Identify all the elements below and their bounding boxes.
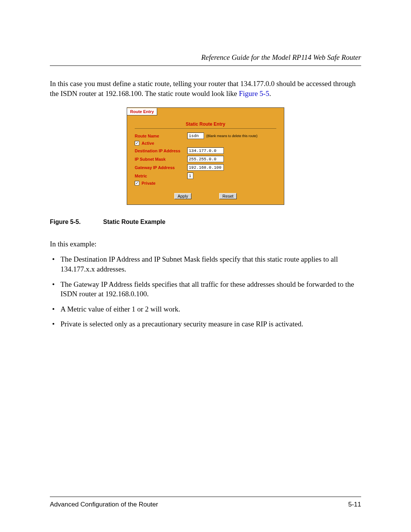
figure-caption-text: Static Route Example — [103, 219, 166, 225]
subnet-mask-input[interactable] — [187, 156, 224, 162]
intro-text-after: . — [269, 89, 271, 97]
example-intro: In this example: — [50, 240, 361, 248]
page-footer: Advanced Configuration of the Router 5-1… — [50, 497, 361, 508]
router-config-panel: Route Entry Static Route Entry Route Nam… — [127, 107, 284, 205]
list-item: The Destination IP Address and IP Subnet… — [61, 254, 361, 274]
intro-text-before: In this case you must define a static ro… — [50, 80, 356, 97]
dest-ip-input[interactable] — [187, 147, 224, 154]
panel-tab[interactable]: Route Entry — [127, 108, 157, 115]
list-item: Private is selected only as a precaution… — [61, 319, 361, 329]
route-name-input[interactable] — [187, 133, 204, 139]
figure-caption-number: Figure 5-5. — [50, 219, 103, 225]
subnet-mask-label: IP Subnet Mask — [135, 157, 187, 161]
private-label: Private — [142, 181, 156, 185]
route-name-label: Route Name — [135, 134, 187, 138]
active-label: Active — [142, 141, 154, 145]
reset-button[interactable]: Reset — [219, 193, 237, 199]
list-item: The Gateway IP Address fields specifies … — [61, 280, 361, 299]
private-checkbox[interactable]: ✓ — [135, 181, 139, 185]
footer-section-title: Advanced Configuration of the Router — [50, 501, 158, 508]
active-checkbox[interactable]: ✓ — [135, 141, 139, 145]
header-rule — [50, 66, 361, 66]
intro-paragraph: In this case you must define a static ro… — [50, 79, 361, 98]
apply-button[interactable]: Apply — [174, 193, 192, 199]
route-name-hint: (Blank means to delete this route) — [206, 134, 258, 138]
panel-heading: Static Route Entry — [135, 121, 276, 127]
metric-label: Metric — [135, 174, 187, 178]
figure-link[interactable]: Figure 5-5 — [239, 89, 269, 97]
metric-input[interactable] — [187, 173, 193, 179]
example-bullets: The Destination IP Address and IP Subnet… — [50, 254, 361, 329]
gateway-ip-label: Gateway IP Address — [135, 165, 187, 170]
footer-page-number: 5-11 — [348, 501, 361, 508]
dest-ip-label: Destination IP Address — [135, 149, 187, 153]
page-header-title: Reference Guide for the Model RP114 Web … — [50, 53, 361, 62]
gateway-ip-input[interactable] — [187, 164, 224, 171]
footer-rule — [50, 497, 361, 497]
list-item: A Metric value of either 1 or 2 will wor… — [61, 304, 361, 314]
figure-container: Route Entry Static Route Entry Route Nam… — [50, 107, 361, 205]
figure-caption: Figure 5-5.Static Route Example — [50, 219, 361, 225]
panel-divider — [135, 128, 276, 129]
